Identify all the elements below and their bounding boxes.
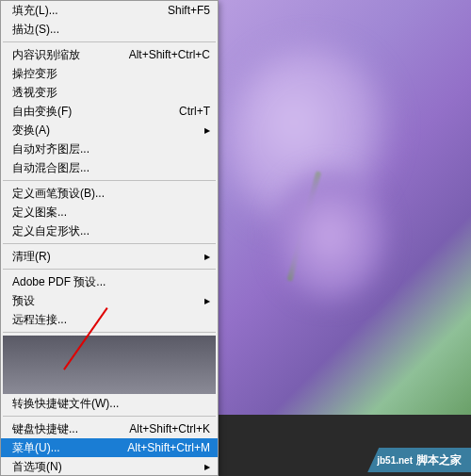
menu-label: 预设 [12,293,201,309]
menu-item-presets[interactable]: 预设 [1,291,218,310]
menu-shortcut: Ctrl+T [179,105,210,118]
menu-label: 转换快捷键文件(W)... [12,396,210,412]
watermark-brand: 脚本之家 [416,453,462,467]
menu-label: 自动混合图层... [12,160,210,176]
menu-item-stroke[interactable]: 描边(S)... [1,20,218,39]
canvas-image [217,0,471,415]
menu-label: 定义自定形状... [12,223,210,239]
menu-label: Adobe PDF 预设... [12,274,210,290]
menu-separator [3,269,216,270]
watermark-badge: jb51.net脚本之家 [367,448,471,472]
menu-item-pdf-presets[interactable]: Adobe PDF 预设... [1,272,218,291]
menu-item-define-shape[interactable]: 定义自定形状... [1,222,218,240]
menu-separator [3,332,216,333]
menu-label: 操控变形 [12,66,210,82]
menu-label: 定义图案... [12,205,210,221]
menu-item-keyboard-shortcuts[interactable]: 键盘快捷键...Alt+Shift+Ctrl+K [1,419,218,438]
menu-item-define-brush[interactable]: 定义画笔预设(B)... [1,184,218,203]
menu-item-puppet-warp[interactable]: 操控变形 [1,64,218,83]
menu-item-transform[interactable]: 变换(A) [1,121,218,140]
menu-label: 变换(A) [12,123,201,139]
menu-item-remote[interactable]: 远程连接... [1,310,218,329]
menu-separator [3,416,216,417]
menu-label: 菜单(U)... [12,440,127,456]
menu-label: 描边(S)... [12,22,210,38]
menu-item-perspective-warp[interactable]: 透视变形 [1,83,218,102]
menu-item-convert-shortcuts[interactable]: 转换快捷键文件(W)... [1,394,218,413]
menu-separator [3,180,216,181]
menu-label: 清理(R) [12,249,201,265]
flower-stem [287,171,322,281]
menu-item-auto-blend[interactable]: 自动混合图层... [1,158,218,177]
menu-item-purge[interactable]: 清理(R) [1,247,218,266]
menu-shortcut: Alt+Shift+Ctrl+C [129,48,210,61]
menu-label: 定义画笔预设(B)... [12,186,210,202]
menu-item-auto-align[interactable]: 自动对齐图层... [1,140,218,158]
menu-label: 远程连接... [12,312,210,328]
menu-label: 内容识别缩放 [12,47,129,63]
menu-separator [3,41,216,42]
menu-item-free-transform[interactable]: 自由变换(F)Ctrl+T [1,102,218,121]
menu-label: 填充(L)... [12,3,168,19]
menu-label: 首选项(N) [12,459,201,475]
menu-item-fill[interactable]: 填充(L)...Shift+F5 [1,1,218,20]
redacted-block [3,336,216,394]
menu-separator [3,243,216,244]
menu-label: 键盘快捷键... [12,421,129,437]
watermark-site: jb51.net [377,455,413,466]
menu-label: 自由变换(F) [12,104,179,120]
menu-label: 自动对齐图层... [12,141,210,157]
menu-label: 透视变形 [12,85,210,101]
menu-item-content-aware-scale[interactable]: 内容识别缩放Alt+Shift+Ctrl+C [1,45,218,64]
edit-menu-dropdown: 填充(L)...Shift+F5 描边(S)... 内容识别缩放Alt+Shif… [0,0,219,476]
menu-shortcut: Alt+Shift+Ctrl+K [129,422,210,435]
menu-item-define-pattern[interactable]: 定义图案... [1,203,218,222]
menu-shortcut: Alt+Shift+Ctrl+M [127,441,210,454]
menu-shortcut: Shift+F5 [168,4,210,17]
menu-item-menus[interactable]: 菜单(U)...Alt+Shift+Ctrl+M [1,438,218,457]
menu-item-preferences[interactable]: 首选项(N) [1,457,218,476]
